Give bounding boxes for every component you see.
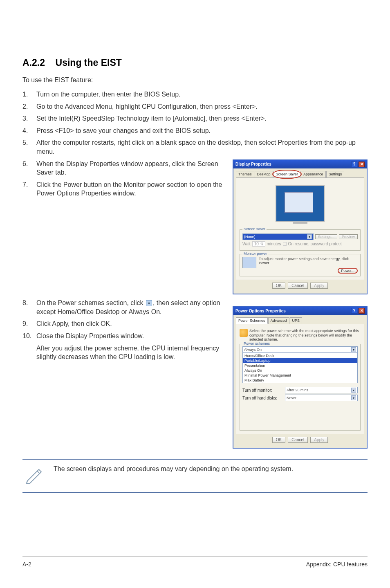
step-num: 5.: [22, 138, 36, 156]
apply-button[interactable]: Apply: [310, 283, 328, 289]
tab-themes[interactable]: Themes: [236, 171, 254, 177]
step-text: Go to the Advanced Menu, highlight CPU C…: [36, 102, 368, 111]
turnoff-hd-label: Turn off hard disks:: [242, 396, 283, 400]
step-text: Click Apply, then click OK.: [36, 319, 225, 328]
section-title-text: Using the EIST: [56, 57, 122, 68]
wait-spinner[interactable]: 10 ⇅: [252, 241, 265, 247]
list-item[interactable]: Home/Office Desk: [243, 353, 357, 358]
step-text: Close the Display Properties window.: [36, 332, 225, 341]
apply-button[interactable]: Apply: [310, 437, 328, 443]
list-item[interactable]: Minimal Power Management: [243, 373, 357, 378]
close-button[interactable]: ✕: [359, 162, 365, 167]
footer-title: Appendix: CPU features: [306, 561, 368, 568]
followup-text: After you adjust the power scheme, the C…: [36, 344, 225, 361]
page-number: A-2: [22, 561, 31, 568]
power-blurb: Select the power scheme with the most ap…: [249, 329, 361, 341]
step-num: 10.: [22, 332, 36, 341]
step-num: 2.: [22, 102, 36, 111]
tab-screen-saver[interactable]: Screen Saver: [273, 171, 301, 177]
select-value: Never: [287, 396, 296, 400]
power-options-dialog: Power Options Properties ? ✕ Power Schem…: [233, 306, 368, 449]
tab-advanced[interactable]: Advanced: [268, 317, 289, 324]
close-button[interactable]: ✕: [359, 308, 365, 314]
step-text: When the Display Properties window appea…: [36, 159, 225, 177]
chevron-down-icon: ▾: [307, 234, 312, 239]
display-properties-dialog: Display Properties ? ✕ Themes Desktop Sc…: [233, 159, 368, 295]
wait-label: Wait: [242, 242, 251, 246]
power-button[interactable]: Power...: [338, 268, 358, 274]
turnoff-monitor-label: Turn off monitor:: [242, 388, 283, 393]
step-text: Turn on the computer, then enter the BIO…: [36, 90, 368, 99]
tab-settings[interactable]: Settings: [326, 171, 345, 177]
ok-button[interactable]: OK: [272, 283, 285, 289]
step-num: 9.: [22, 319, 36, 328]
highlight-circle-icon: [272, 170, 302, 179]
step-num: 1.: [22, 90, 36, 99]
settings-button[interactable]: Settings...: [315, 234, 337, 239]
group-monitor-power: Monitor power: [242, 251, 268, 256]
chevron-down-icon: ▾: [146, 300, 152, 306]
help-button[interactable]: ?: [351, 162, 357, 167]
power-schemes-dropdown-list[interactable]: Home/Office Desk Portable/Laptop Present…: [242, 353, 358, 383]
wait-unit: minutes: [267, 242, 281, 246]
monitor-icon: [276, 185, 325, 222]
list-item[interactable]: Max Battery: [243, 378, 357, 383]
power-schemes-select[interactable]: Always On▾: [242, 346, 358, 353]
step-text: On the Power schemes section, click ▾, t…: [36, 298, 225, 316]
chevron-down-icon: ▾: [351, 388, 356, 393]
preview-button[interactable]: Preview: [339, 234, 358, 239]
intro-text: To use the EIST feature:: [22, 76, 368, 84]
page-footer: A-2 Appendix: CPU features: [22, 561, 368, 568]
select-value: After 20 mins: [287, 388, 308, 392]
dialog-title: Power Options Properties: [235, 309, 286, 313]
step-num: 6.: [22, 159, 36, 177]
tab-power-schemes[interactable]: Power Schemes: [236, 317, 268, 324]
monitor-power-icon: [242, 257, 256, 268]
select-value: Always On: [244, 348, 262, 352]
select-value: (None): [244, 235, 256, 239]
resume-checkbox[interactable]: [283, 242, 287, 246]
list-item[interactable]: Always On: [243, 368, 357, 373]
turnoff-monitor-select[interactable]: After 20 mins▾: [285, 387, 358, 393]
chevron-down-icon: ▾: [351, 347, 356, 352]
step-text: Set the Intel(R) SpeedStep Technology it…: [36, 114, 368, 123]
list-item[interactable]: Presentation: [243, 363, 357, 368]
turnoff-hd-select[interactable]: Never▾: [285, 395, 358, 401]
tab-appearance[interactable]: Appearance: [301, 171, 326, 177]
ok-button[interactable]: OK: [272, 437, 285, 443]
chevron-down-icon: ▾: [351, 395, 356, 400]
tab-ups[interactable]: UPS: [290, 317, 303, 324]
step-num: 8.: [22, 298, 36, 316]
step-text: Click the Power button on the Monitor po…: [36, 180, 225, 198]
step-num: 4.: [22, 126, 36, 135]
group-screensaver: Screen saver: [242, 227, 267, 231]
tab-desktop[interactable]: Desktop: [255, 171, 273, 177]
monitor-power-text: To adjust monitor power settings and sav…: [259, 257, 358, 266]
screensaver-select[interactable]: (None)▾: [242, 233, 314, 240]
list-item[interactable]: Portable/Laptop: [243, 358, 357, 363]
dialog-title: Display Properties: [235, 162, 271, 166]
note-text: The screen displays and procedures may v…: [54, 463, 293, 474]
step-text: After the computer restarts, right click…: [36, 138, 368, 156]
section-number: A.2.2: [22, 57, 45, 68]
help-button[interactable]: ?: [351, 308, 357, 314]
monitor-preview: [240, 181, 361, 226]
resume-label: On resume, password protect: [288, 242, 342, 246]
step-num: 7.: [22, 180, 36, 198]
step-text: Press <F10> to save your changes and exi…: [36, 126, 368, 135]
cancel-button[interactable]: Cancel: [288, 437, 308, 443]
cancel-button[interactable]: Cancel: [288, 283, 308, 289]
footer-rule: [22, 557, 368, 557]
note-callout: The screen displays and procedures may v…: [22, 459, 368, 493]
group-power-schemes: Power schemes: [242, 341, 271, 346]
step-num: 3.: [22, 114, 36, 123]
section-heading: A.2.2 Using the EIST: [22, 57, 368, 68]
pencil-note-icon: [22, 463, 45, 486]
power-icon: [240, 329, 248, 337]
